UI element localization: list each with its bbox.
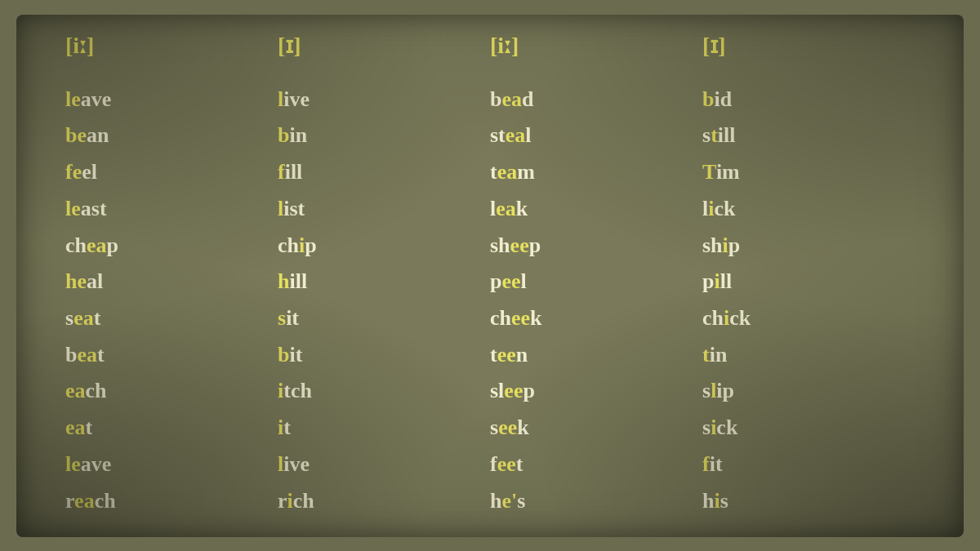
highlight-letter: e [521,306,531,330]
word-item: heal [65,264,103,300]
word-item: still [702,118,735,154]
highlight-letter: e [510,233,520,257]
word-item: fit [702,447,723,483]
highlight-letter: i [714,269,719,293]
word-item: eat [65,410,92,447]
highlight-letter: i [708,197,714,220]
highlight-letter: e [506,343,516,367]
highlight-letter: e [519,233,529,257]
highlight-letter: e [508,415,518,439]
highlight-letter: e [74,489,84,513]
word-item: sleep [490,373,535,410]
word-item: live [278,82,310,118]
highlight-letter: ' [511,489,517,513]
word-item: itch [278,373,312,410]
highlight-letter: a [506,160,517,184]
highlight-letter: e [65,415,75,439]
highlight-letter: e [498,415,508,439]
highlight-letter: e [506,452,516,476]
highlight-letter: e [501,269,511,293]
word-item: teen [490,337,528,374]
highlight-letter: e [87,233,96,257]
word-item: bid [702,82,732,118]
word-item: feet [490,447,523,483]
highlight-letter: b [702,87,714,111]
word-item: peel [490,264,527,300]
column-col4: [ɪ]bidstillTimlickshippillchicktinslipsi… [702,32,915,520]
word-item: it [278,410,291,447]
highlight-letter: t [710,123,718,147]
word-item: slip [702,373,734,410]
word-item: bean [65,118,109,154]
highlight-letter: e [71,452,81,476]
highlight-letter: l [278,452,283,476]
highlight-letter: i [714,489,719,513]
word-item: Tim [702,154,740,191]
highlight-letter: f [278,160,285,184]
highlight-letter: e [65,379,75,402]
highlight-letter: a [75,415,86,439]
highlight-letter: i [278,415,283,439]
highlight-letter: a [506,197,516,220]
highlight-letter: l [278,197,283,220]
word-item: chip [278,228,317,264]
word-item: cheap [65,228,118,264]
word-item: feel [65,154,97,191]
word-item: bit [278,337,302,374]
highlight-letter: s [278,306,286,330]
column-header-col3: [iː] [490,32,519,59]
highlight-letter: e [71,197,81,220]
highlight-letter: l [278,87,283,111]
column-header-col4: [ɪ] [702,32,726,59]
highlight-letter: e [77,269,87,293]
word-item: he's [490,483,525,520]
word-item: leave [65,447,111,483]
word-item: hill [278,264,307,300]
highlight-letter: e [514,379,523,402]
highlight-letter: i [724,306,729,330]
highlight-letter: b [278,123,289,147]
word-item: sit [278,300,299,337]
highlight-letter: e [71,87,81,111]
word-item: rich [278,483,314,520]
word-item: beat [65,337,105,374]
word-item: cheek [490,300,542,337]
highlight-letter: a [83,306,94,330]
highlight-letter: e [73,160,82,184]
highlight-letter: b [278,343,289,367]
column-col2: [ɪ]livebinfilllistchiphillsitbititchitli… [278,32,490,520]
word-item: tin [702,337,727,374]
highlight-letter: i [278,379,283,402]
highlight-letter: h [278,269,289,293]
highlight-letter: a [96,233,107,257]
highlight-letter: l [710,379,716,402]
word-item: ship [702,228,740,264]
main-background: [iː]leavebeanfeelleastcheaphealseatbeate… [16,15,964,537]
highlight-letter: h [65,269,77,293]
highlight-letter: e [501,489,511,513]
highlight-letter: e [497,452,507,476]
word-item: seek [490,410,529,447]
column-col1: [iː]leavebeanfeelleastcheaphealseatbeate… [65,32,278,520]
word-item: steal [490,118,532,154]
word-item: reach [65,483,116,520]
word-item: seat [65,300,100,337]
highlight-letter: e [497,160,507,184]
highlight-letter: a [511,87,522,111]
highlight-letter: i [299,233,305,257]
word-item: fill [278,154,302,191]
highlight-letter: e [501,87,511,111]
highlight-letter: b [65,123,77,147]
highlight-letter: e [504,379,514,402]
word-item: team [490,154,535,191]
word-item: pill [702,264,732,300]
highlight-letter: e [496,197,506,220]
highlight-letter: a [75,379,86,402]
highlight-letter: a [514,123,525,147]
highlight-letter: e [77,343,87,367]
word-item: lick [702,191,735,228]
word-item: sheep [490,228,541,264]
word-item: sick [702,410,737,447]
highlight-letter: e [74,306,83,330]
highlight-letter: T [702,160,716,184]
